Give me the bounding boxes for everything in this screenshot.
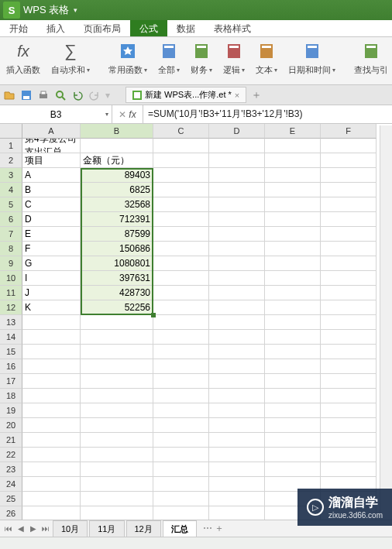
cell[interactable] [153, 197, 209, 212]
cell[interactable] [209, 418, 265, 433]
sheet-nav-prev[interactable]: ◀ [15, 523, 26, 535]
cell[interactable] [265, 212, 321, 227]
menu-pagelayout[interactable]: 页面布局 [74, 20, 130, 36]
cell[interactable] [321, 374, 377, 389]
cell[interactable] [81, 418, 153, 433]
cell[interactable] [321, 462, 377, 477]
sheet-tab-active[interactable]: 汇总 [163, 520, 197, 537]
cell[interactable] [22, 418, 81, 433]
cell[interactable] [153, 418, 209, 433]
cell[interactable] [81, 403, 153, 418]
cell[interactable] [81, 359, 153, 374]
cell[interactable] [22, 389, 81, 403]
data-cell[interactable]: 428730 [81, 286, 153, 300]
col-header[interactable]: E [265, 124, 321, 139]
sheet-nav-last[interactable]: ⏭ [40, 523, 51, 535]
cell[interactable] [153, 359, 209, 374]
cell[interactable] [321, 286, 377, 300]
data-cell[interactable]: 712391 [81, 212, 153, 227]
row-header[interactable]: 19 [0, 403, 22, 418]
ribbon-autosum[interactable]: ∑ 自动求和▾ [48, 40, 93, 76]
cell[interactable] [22, 359, 81, 374]
cell[interactable] [153, 300, 209, 315]
cell[interactable] [265, 418, 321, 433]
col-header[interactable]: A [22, 124, 81, 139]
cell[interactable] [265, 183, 321, 197]
document-tab[interactable]: 新建 WPS表...作簿.et * × [126, 87, 246, 103]
cell[interactable] [22, 492, 81, 506]
cell[interactable] [265, 448, 321, 462]
cell[interactable] [265, 315, 321, 330]
data-cell[interactable]: 6825 [81, 183, 153, 197]
sheet-tab[interactable]: 10月 [53, 520, 88, 537]
cell[interactable] [153, 403, 209, 418]
cell[interactable] [321, 433, 377, 448]
row-header[interactable]: 1 [0, 139, 22, 153]
cell[interactable] [209, 433, 265, 448]
data-cell[interactable]: 52256 [81, 300, 153, 315]
col-header[interactable]: F [321, 124, 377, 139]
cell[interactable] [265, 330, 321, 345]
data-cell[interactable]: G [22, 256, 81, 271]
formula-bar[interactable]: =SUM('10月'!B3+'11月'!B3+'12月'!B3) [143, 105, 392, 123]
cell[interactable] [153, 448, 209, 462]
cell[interactable] [321, 389, 377, 403]
row-header[interactable]: 9 [0, 256, 22, 271]
menu-formula[interactable]: 公式 [130, 20, 167, 36]
cell[interactable] [265, 227, 321, 242]
select-all-corner[interactable] [0, 124, 22, 139]
row-header[interactable]: 5 [0, 197, 22, 212]
cell[interactable] [265, 256, 321, 271]
cell[interactable] [22, 462, 81, 477]
cell[interactable] [153, 345, 209, 359]
row-header[interactable]: 7 [0, 227, 22, 242]
data-cell[interactable]: B [22, 183, 81, 197]
chevron-down-icon[interactable]: ▾ [105, 111, 108, 118]
data-cell[interactable]: 397631 [81, 271, 153, 286]
cell[interactable] [209, 300, 265, 315]
cell[interactable] [81, 477, 153, 492]
spreadsheet-grid[interactable]: 1234567891011121314151617181920212223242… [0, 124, 392, 536]
cell[interactable] [153, 271, 209, 286]
sheet-more[interactable]: ⋯ ＋ [198, 522, 229, 535]
ribbon-common-fn[interactable]: 常用函数▾ [105, 40, 150, 76]
row-header[interactable]: 2 [0, 153, 22, 168]
cell[interactable] [321, 153, 377, 168]
cell[interactable] [153, 477, 209, 492]
cell[interactable] [209, 227, 265, 242]
cell[interactable] [265, 433, 321, 448]
redo-icon[interactable] [88, 89, 101, 101]
cell[interactable] [81, 345, 153, 359]
app-menu-dropdown-icon[interactable]: ▾ [74, 6, 77, 14]
row-header[interactable]: 21 [0, 433, 22, 448]
col-header[interactable]: C [153, 124, 209, 139]
row-header[interactable]: 18 [0, 389, 22, 403]
menu-start[interactable]: 开始 [0, 20, 37, 36]
cell[interactable] [265, 153, 321, 168]
cell[interactable] [321, 183, 377, 197]
ribbon-all-fn[interactable]: 全部▾ [155, 40, 183, 76]
cell[interactable] [22, 345, 81, 359]
cell[interactable] [209, 286, 265, 300]
ribbon-finance[interactable]: 财务▾ [187, 40, 215, 76]
data-cell[interactable]: F [22, 242, 81, 256]
data-cell[interactable]: 150686 [81, 242, 153, 256]
cell[interactable] [321, 242, 377, 256]
preview-icon[interactable] [54, 89, 67, 101]
data-cell[interactable]: I [22, 271, 81, 286]
cell[interactable] [265, 359, 321, 374]
row-header[interactable]: 10 [0, 271, 22, 286]
cell[interactable] [81, 139, 153, 153]
cell[interactable] [153, 256, 209, 271]
cell[interactable] [265, 242, 321, 256]
name-box[interactable]: B3 ▾ [0, 105, 112, 123]
fill-handle[interactable] [151, 313, 156, 317]
cell[interactable] [209, 139, 265, 153]
row-header[interactable]: 15 [0, 345, 22, 359]
cell[interactable] [209, 477, 265, 492]
cell[interactable] [209, 183, 265, 197]
cell[interactable] [321, 139, 377, 153]
cell[interactable] [153, 330, 209, 345]
row-header[interactable]: 25 [0, 492, 22, 506]
cancel-icon[interactable]: ✕ [119, 109, 126, 120]
